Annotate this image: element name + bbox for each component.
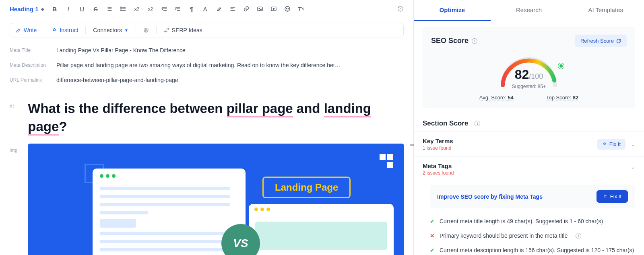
strikethrough-button[interactable]: S — [90, 3, 101, 14]
check-ok-icon: ✔ — [430, 247, 435, 253]
link-button[interactable] — [241, 3, 252, 14]
serp-ideas-button[interactable]: SERP Ideas — [164, 27, 202, 33]
hero-image[interactable]: Landing Page VS — [28, 144, 404, 255]
key-terms-section[interactable]: Key Terms 1 issue found Fix It ⌄ — [414, 132, 644, 156]
separator — [44, 27, 44, 34]
brand-logo-icon — [380, 154, 393, 169]
indent-button[interactable] — [172, 3, 184, 14]
ai-toolbar: Write Instruct Connectors ▼ SERP Ideas — [10, 23, 404, 37]
tab-templates[interactable]: AI Templates — [567, 0, 644, 21]
meta-desc-value: Pillar page and landing page are two ama… — [56, 62, 341, 68]
fix-label: Fix It — [609, 141, 621, 147]
refresh-score-button[interactable]: Refresh Score — [575, 35, 627, 47]
meta-url-row[interactable]: URL Permalink difference-between-pillar-… — [10, 73, 404, 90]
svg-point-2 — [120, 10, 121, 11]
h1-highlight-pillar: pillar page — [227, 101, 293, 117]
svg-point-1 — [120, 8, 121, 9]
outdent-button[interactable] — [159, 3, 170, 14]
align-button[interactable] — [227, 3, 238, 14]
check-fail-icon: ✕ — [430, 232, 435, 239]
img-gutter: img — [10, 144, 19, 255]
separator — [156, 27, 157, 34]
svg-point-8 — [288, 8, 288, 8]
paragraph-button[interactable]: ¶ — [186, 3, 197, 14]
score-gauge: 82/100 Suggested: 85+ — [495, 51, 563, 87]
check-text: Primary keyword should be present in the… — [440, 232, 568, 239]
svg-point-7 — [286, 8, 287, 8]
h1-text-part: and — [293, 101, 324, 116]
superscript-button[interactable]: x2 — [145, 3, 156, 14]
info-icon[interactable]: i — [475, 121, 480, 126]
text-color-button[interactable]: A — [200, 3, 211, 14]
editor-pane: Heading 1 ◆ B I U S x2 x2 ¶ A T× Write I… — [0, 0, 414, 255]
check-item: ✔ Current meta description length is 156… — [430, 243, 635, 255]
write-button[interactable]: Write — [16, 27, 37, 33]
highlight-button[interactable] — [213, 3, 225, 14]
check-ok-icon: ✔ — [430, 218, 435, 224]
landing-page-card — [249, 204, 394, 255]
tab-optimize[interactable]: Optimize — [414, 0, 491, 21]
write-label: Write — [24, 27, 37, 33]
caret-down-icon: ▼ — [124, 28, 128, 33]
heading-select[interactable]: Heading 1 ◆ — [7, 4, 47, 14]
meta-tags-issues: 2 issues found — [423, 170, 454, 176]
instruct-label: Instruct — [60, 27, 78, 33]
unordered-list-button[interactable] — [118, 3, 129, 14]
score-value: 82 — [515, 67, 529, 82]
h1-gutter: h1 — [10, 100, 19, 136]
meta-url-value: difference-between-pillar-page-and-landi… — [56, 77, 178, 83]
check-text: Current meta description length is 156 c… — [440, 247, 634, 253]
subscript-button[interactable]: x2 — [131, 3, 142, 14]
refresh-label: Refresh Score — [580, 38, 614, 44]
heading-select-label: Heading 1 — [10, 6, 39, 12]
meta-fix-button[interactable]: Fix It — [597, 190, 628, 203]
connectors-dropdown[interactable]: Connectors ▼ — [93, 27, 128, 33]
meta-title-row[interactable]: Meta Title Landing Page Vs Pillar Page -… — [10, 43, 404, 58]
ordered-list-button[interactable] — [104, 3, 115, 14]
bold-button[interactable]: B — [49, 3, 60, 14]
meta-title-value: Landing Page Vs Pillar Page - Know The D… — [56, 47, 186, 53]
meta-checks-list: ✔ Current meta title length is 49 char(s… — [414, 214, 644, 255]
connectors-label: Connectors — [93, 27, 122, 33]
h1-text-part: ? — [59, 119, 67, 134]
clear-format-button[interactable]: T× — [295, 3, 307, 14]
chevron-down-icon[interactable]: ⌄ — [631, 142, 635, 147]
seo-score-title: SEO Score — [431, 37, 469, 45]
landing-page-label: Landing Page — [262, 177, 351, 198]
key-terms-title: Key Terms — [423, 138, 453, 144]
meta-desc-row[interactable]: Meta Description Pillar page and landing… — [10, 58, 404, 73]
video-button[interactable] — [268, 3, 279, 14]
svg-rect-10 — [380, 154, 386, 160]
format-toolbar: Heading 1 ◆ B I U S x2 x2 ¶ A T× — [0, 0, 413, 18]
caret-icon: ◆ — [41, 7, 44, 11]
tab-research[interactable]: Research — [491, 0, 568, 21]
instruct-button[interactable]: Instruct — [52, 27, 78, 33]
content-area[interactable]: h1 What is the difference between pillar… — [0, 93, 413, 255]
svg-point-9 — [145, 29, 147, 31]
svg-point-0 — [120, 7, 121, 8]
emoji-button[interactable] — [282, 3, 293, 14]
info-icon[interactable]: i — [472, 38, 477, 44]
underline-button[interactable]: U — [76, 3, 88, 14]
resize-handle-icon[interactable]: ⇔ — [410, 142, 415, 148]
settings-button[interactable] — [143, 27, 149, 33]
section-score-label: Section Score — [423, 119, 468, 128]
info-icon[interactable]: i — [576, 233, 581, 239]
image-button[interactable] — [254, 3, 266, 14]
key-terms-fix-button[interactable]: Fix It — [597, 139, 625, 150]
side-panel: Optimize Research AI Templates SEO Score… — [414, 0, 644, 255]
img-row: img Landing Page — [10, 144, 404, 255]
chevron-up-icon[interactable]: ⌃ — [631, 167, 635, 172]
meta-tags-title: Meta Tags — [423, 162, 454, 169]
separator — [85, 27, 86, 34]
history-button[interactable] — [395, 3, 406, 14]
page-heading[interactable]: What is the difference between pillar pa… — [28, 100, 404, 136]
check-text: Current meta title length is 49 char(s).… — [440, 218, 603, 224]
italic-button[interactable]: I — [63, 3, 74, 14]
meta-url-label: URL Permalink — [10, 77, 56, 83]
score-max: /100 — [529, 72, 543, 80]
seo-score-card: SEO Score i Refresh Score — [423, 27, 635, 108]
fix-label: Fix It — [610, 193, 621, 199]
improve-meta-box: Improve SEO score by fixing Meta Tags Fi… — [430, 185, 635, 208]
meta-tags-section[interactable]: Meta Tags 2 issues found ⌃ — [414, 156, 644, 181]
